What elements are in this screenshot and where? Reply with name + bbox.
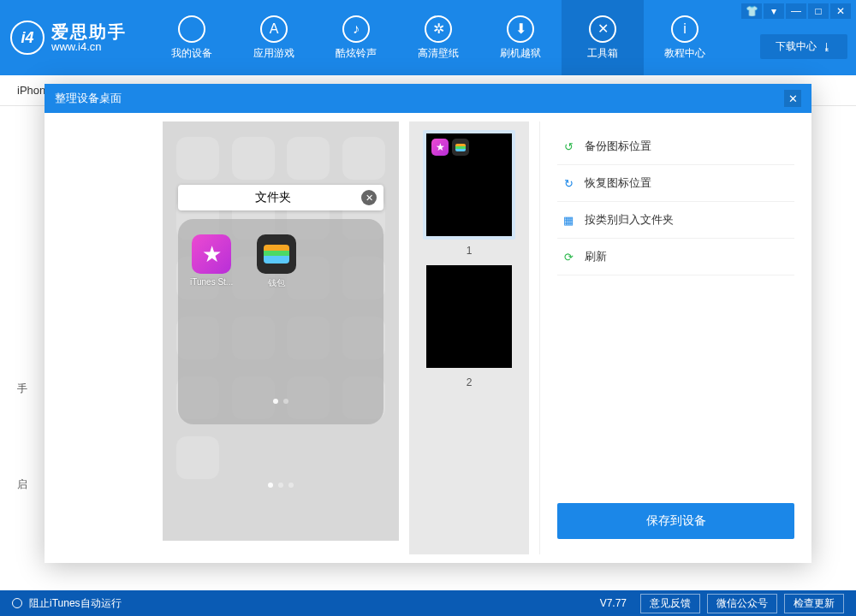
app-wallet[interactable]: 钱包 xyxy=(257,234,296,289)
radio-icon[interactable] xyxy=(12,598,22,608)
mini-wallet-icon xyxy=(452,139,469,156)
menu-icon[interactable]: ▾ xyxy=(764,3,784,19)
folder-name-input[interactable] xyxy=(185,191,361,204)
wallet-icon xyxy=(257,234,296,274)
action-panel: ↺ 备份图标位置 ↻ 恢复图标位置 ▦ 按类别归入文件夹 ⟳ 刷新 保存到设备 xyxy=(539,121,811,554)
status-bar: 阻止iTunes自动运行 V7.77 意见反馈 微信公众号 检查更新 xyxy=(0,590,856,616)
brand: i4 爱思助手 www.i4.cn xyxy=(10,21,127,55)
app-header: i4 爱思助手 www.i4.cn 我的设备 A应用游戏 ♪酷炫铃声 ✲高清壁纸… xyxy=(0,0,856,75)
maximize-button[interactable]: □ xyxy=(808,3,829,19)
thumb-label-1: 1 xyxy=(467,245,473,257)
clear-input-button[interactable]: ✕ xyxy=(361,190,377,205)
refresh-icon: ⟳ xyxy=(561,249,576,264)
grid-icon: ▦ xyxy=(561,212,576,228)
check-update-button[interactable]: 检查更新 xyxy=(784,594,844,613)
window-controls: 👕 ▾ — □ ✕ xyxy=(741,3,851,19)
tools-icon: ✕ xyxy=(589,15,616,43)
close-button[interactable]: ✕ xyxy=(830,3,851,19)
sort-into-folders-button[interactable]: ▦ 按类别归入文件夹 xyxy=(557,202,794,239)
thumb-label-2: 2 xyxy=(467,376,473,388)
nav-wallpapers[interactable]: ✲高清壁纸 xyxy=(397,0,479,75)
nav-apps[interactable]: A应用游戏 xyxy=(233,0,315,75)
folder-editor: ✕ ★ iTunes St... 钱包 xyxy=(178,185,383,424)
download-center-button[interactable]: 下载中心⭳ xyxy=(760,34,847,59)
modal-close-button[interactable]: ✕ xyxy=(784,90,801,107)
modal-title-text: 整理设备桌面 xyxy=(55,91,122,106)
mini-itunes-icon: ★ xyxy=(431,139,449,156)
restore-icon: ↻ xyxy=(561,175,576,191)
page-thumb-1[interactable]: ★ xyxy=(423,130,515,240)
restore-icons-button[interactable]: ↻ 恢复图标位置 xyxy=(557,165,794,202)
flower-icon: ✲ xyxy=(425,15,452,43)
feedback-button[interactable]: 意见反馈 xyxy=(640,594,700,613)
download-icon: ⭳ xyxy=(822,41,832,53)
bell-icon: ♪ xyxy=(342,15,370,43)
minimize-button[interactable]: — xyxy=(786,3,806,19)
apple-icon xyxy=(178,15,205,43)
peek-text-b: 启 xyxy=(17,477,27,492)
brand-name: 爱思助手 xyxy=(51,22,127,41)
logo-icon: i4 xyxy=(10,21,45,55)
folder-name-field: ✕ xyxy=(178,185,383,210)
wechat-button[interactable]: 微信公众号 xyxy=(707,594,777,613)
modal-titlebar: 整理设备桌面 ✕ xyxy=(45,84,811,113)
page-thumb-2[interactable] xyxy=(423,262,515,371)
info-icon: i xyxy=(671,15,698,43)
app-icon: A xyxy=(260,15,288,43)
nav-my-device[interactable]: 我的设备 xyxy=(151,0,233,75)
nav-toolbox[interactable]: ✕工具箱 xyxy=(562,0,644,75)
itunes-store-icon: ★ xyxy=(192,234,231,274)
block-itunes-toggle[interactable]: 阻止iTunes自动运行 xyxy=(29,596,122,611)
peek-text-a: 手 xyxy=(17,382,27,396)
backup-icons-button[interactable]: ↺ 备份图标位置 xyxy=(557,128,794,165)
version-label: V7.77 xyxy=(600,597,627,609)
main-nav: 我的设备 A应用游戏 ♪酷炫铃声 ✲高清壁纸 ⬇刷机越狱 ✕工具箱 i教程中心 xyxy=(151,0,726,75)
brand-url: www.i4.cn xyxy=(51,41,127,53)
home-page-dots xyxy=(163,483,399,488)
skin-icon[interactable]: 👕 xyxy=(741,3,762,19)
nav-tutorials[interactable]: i教程中心 xyxy=(644,0,726,75)
nav-flash[interactable]: ⬇刷机越狱 xyxy=(479,0,562,75)
phone-preview: ✕ ★ iTunes St... 钱包 xyxy=(163,121,399,541)
app-itunes-store[interactable]: ★ iTunes St... xyxy=(190,234,233,289)
refresh-button[interactable]: ⟳ 刷新 xyxy=(557,239,794,275)
backup-icon: ↺ xyxy=(561,139,576,154)
folder-page-dots xyxy=(163,399,399,404)
folder-contents[interactable]: ★ iTunes St... 钱包 xyxy=(178,219,383,424)
box-icon: ⬇ xyxy=(507,15,534,43)
nav-ringtones[interactable]: ♪酷炫铃声 xyxy=(315,0,397,75)
arrange-desktop-modal: 整理设备桌面 ✕ ✕ ★ xyxy=(45,84,811,563)
page-thumbnails: ★ 1 2 xyxy=(409,121,529,554)
save-to-device-button[interactable]: 保存到设备 xyxy=(557,503,794,539)
